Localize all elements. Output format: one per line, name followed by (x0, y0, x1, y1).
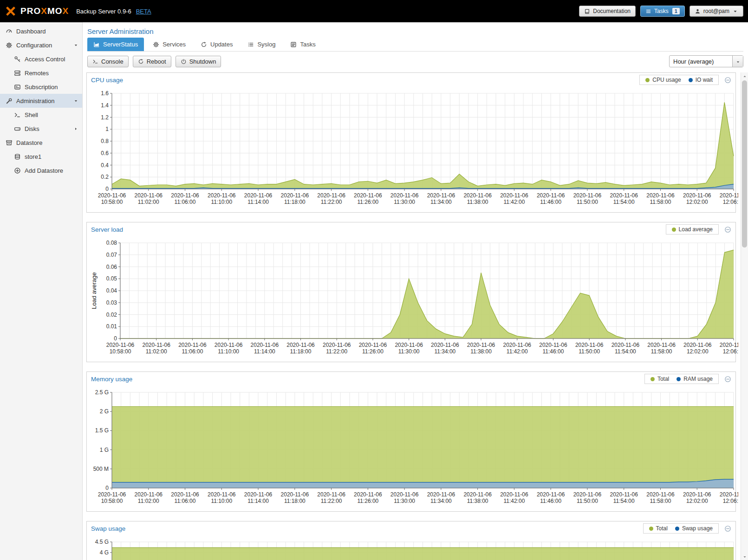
tasks-tab-icon (290, 41, 297, 48)
svg-text:0.01: 0.01 (106, 323, 117, 330)
panel-title: Server load (91, 226, 123, 233)
legend-item: Swap usage (675, 525, 713, 532)
legend-label: Total (656, 525, 668, 532)
sidebar-item-add-datastore[interactable]: Add Datastore (0, 163, 82, 177)
brand-text: PROXMOX (20, 6, 69, 16)
chart-server-load: 0.080.070.060.050.040.030.020.0102020-11… (90, 238, 738, 359)
svg-text:4.5 G: 4.5 G (95, 539, 109, 545)
user-label: root@pam (703, 8, 729, 14)
button-label: Reboot (147, 58, 166, 65)
svg-text:11:54:00: 11:54:00 (613, 498, 635, 504)
sidebar-item-access-control[interactable]: Access Control (0, 52, 82, 66)
panel-header: Swap usageTotalSwap usage (87, 521, 735, 535)
chart-area-icon (93, 41, 100, 48)
svg-text:2020-11-06: 2020-11-06 (244, 491, 273, 498)
tree-expander[interactable] (73, 126, 78, 131)
documentation-button[interactable]: Documentation (579, 6, 636, 17)
tasks-button[interactable]: Tasks 1 (640, 6, 685, 17)
sidebar-item-store1[interactable]: store1 (0, 150, 82, 163)
panel-server-load: Server loadLoad average0.080.070.060.050… (86, 222, 736, 362)
svg-text:11:06:00: 11:06:00 (175, 498, 196, 504)
svg-text:2020-11-06: 2020-11-06 (647, 342, 676, 348)
svg-text:2020-11-06: 2020-11-06 (683, 192, 711, 199)
svg-text:2020-11-06: 2020-11-06 (251, 342, 279, 348)
svg-text:2020-11-06: 2020-11-06 (142, 342, 170, 348)
gears-icon (6, 42, 13, 49)
legend-label: Total (657, 376, 669, 382)
reboot-button[interactable]: Reboot (133, 56, 171, 67)
subscription-icon (14, 84, 21, 91)
svg-text:12:06:00: 12:06:00 (723, 348, 738, 355)
tab-services[interactable]: Services (147, 38, 192, 51)
sidebar-item-administration[interactable]: Administration (0, 94, 82, 108)
svg-text:2020-11-06: 2020-11-06 (573, 192, 602, 199)
timeframe-value: Hour (average) (670, 58, 732, 65)
circle-minus-icon (724, 226, 731, 233)
svg-text:11:10:00: 11:10:00 (218, 348, 239, 355)
collapse-panel-button[interactable] (724, 525, 731, 532)
svg-text:11:22:00: 11:22:00 (321, 199, 342, 205)
collapse-panel-button[interactable] (724, 77, 731, 84)
svg-text:2020-11-06: 2020-11-06 (317, 491, 345, 498)
panel-header: CPU usageCPU usageIO wait (87, 73, 735, 87)
tab-tasks[interactable]: Tasks (284, 38, 321, 51)
key-icon (14, 56, 21, 63)
svg-text:1.4: 1.4 (101, 102, 109, 109)
svg-text:500 M: 500 M (93, 466, 109, 472)
sidebar-item-label: Configuration (16, 42, 52, 49)
scroll-up-button[interactable] (741, 72, 748, 80)
sidebar-item-datastore[interactable]: Datastore (0, 136, 82, 150)
chart-body: 1.61.41.210.80.60.40.202020-11-0610:58:0… (87, 87, 735, 212)
scroll-down-button[interactable] (741, 553, 748, 560)
svg-text:11:42:00: 11:42:00 (503, 498, 525, 504)
svg-text:11:26:00: 11:26:00 (357, 199, 378, 205)
user-menu-button[interactable]: root@pam (689, 6, 743, 17)
dropdown-trigger[interactable] (732, 56, 743, 67)
svg-text:11:14:00: 11:14:00 (247, 199, 269, 205)
sidebar-item-remotes[interactable]: Remotes (0, 66, 82, 80)
shutdown-button[interactable]: Shutdown (176, 56, 221, 67)
legend-dot (649, 527, 653, 531)
svg-text:11:14:00: 11:14:00 (247, 498, 269, 504)
vertical-scrollbar[interactable] (741, 72, 748, 560)
svg-text:2020-11-06: 2020-11-06 (720, 192, 738, 199)
page-title: Server Administration (87, 27, 748, 35)
expander-right-icon (73, 126, 78, 131)
sidebar-item-configuration[interactable]: Configuration (0, 38, 82, 52)
beta-link[interactable]: BETA (136, 8, 151, 15)
sidebar-item-disks[interactable]: Disks (0, 122, 82, 136)
chart-legend: CPU usageIO wait (639, 75, 719, 85)
svg-text:2020-11-06: 2020-11-06 (390, 192, 419, 199)
chart-body: 2.5 G2 G1.5 G1 G500 M02020-11-0610:58:00… (87, 386, 735, 511)
svg-text:1.6: 1.6 (101, 90, 109, 97)
svg-text:12:06:00: 12:06:00 (723, 498, 738, 504)
chart-legend: Load average (666, 224, 719, 234)
svg-text:11:38:00: 11:38:00 (467, 199, 488, 205)
sidebar-item-subscription[interactable]: Subscription (0, 80, 82, 94)
legend-label: Load average (679, 226, 713, 233)
scrollbar-thumb[interactable] (742, 80, 747, 247)
tree-expander[interactable] (73, 98, 78, 104)
panel-swap-usage: Swap usageTotalSwap usage4.5 G4 G3.5 G3 … (86, 521, 736, 560)
collapse-panel-button[interactable] (724, 376, 731, 383)
svg-text:2020-11-06: 2020-11-06 (537, 491, 565, 498)
collapse-panel-button[interactable] (724, 226, 731, 233)
tab-serverstatus[interactable]: ServerStatus (87, 38, 144, 51)
console-button[interactable]: Console (87, 56, 129, 67)
tree-expander[interactable] (73, 43, 78, 48)
sidebar-item-shell[interactable]: Shell (0, 108, 82, 122)
timeframe-select[interactable]: Hour (average) (669, 55, 743, 67)
svg-text:11:10:00: 11:10:00 (211, 199, 232, 205)
arrow-down-icon (742, 554, 747, 559)
plus-circle-icon (14, 167, 21, 174)
tab-updates[interactable]: Updates (195, 38, 239, 51)
tab-syslog[interactable]: Syslog (241, 38, 281, 51)
svg-text:11:50:00: 11:50:00 (577, 498, 598, 504)
sidebar-item-label: Shell (25, 111, 38, 118)
documentation-label: Documentation (593, 8, 631, 14)
svg-text:2020-11-06: 2020-11-06 (106, 342, 135, 348)
sidebar-item-dashboard[interactable]: Dashboard (0, 24, 82, 38)
svg-text:11:34:00: 11:34:00 (434, 348, 455, 355)
panel-header: Server loadLoad average (87, 222, 735, 236)
svg-text:2020-11-06: 2020-11-06 (244, 192, 273, 199)
